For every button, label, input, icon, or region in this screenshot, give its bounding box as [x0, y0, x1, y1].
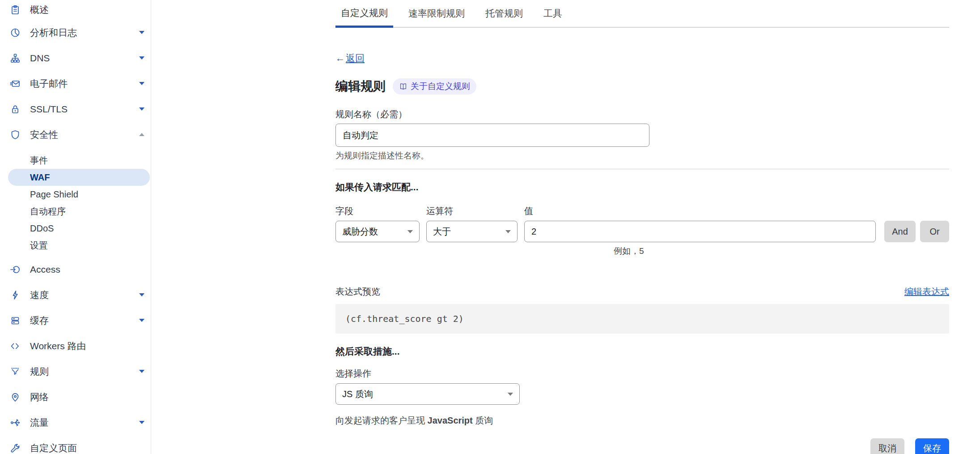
rule-name-help: 为规则指定描述性名称。 — [335, 150, 949, 162]
sidebar-item-label: 缓存 — [30, 314, 136, 327]
sidebar-item-label: 网络 — [30, 391, 144, 403]
main-content: 自定义规则 速率限制规则 托管规则 工具 ← 返回 编辑规则 关于自定义规则 规… — [335, 0, 949, 454]
value-input[interactable] — [524, 221, 876, 242]
operator-label: 运算符 — [426, 205, 524, 217]
sidebar-item-traffic[interactable]: 流量 — [0, 410, 151, 435]
sidebar-item-label: 自定义页面 — [30, 442, 144, 454]
expression-preview-label: 表达式预览 — [335, 286, 380, 298]
sidebar-item-label: Access — [30, 264, 144, 275]
sidebar-item-label: Workers 路由 — [30, 340, 144, 352]
analytics-icon — [10, 27, 21, 38]
chevron-down-icon — [139, 370, 144, 373]
sidebar: 概述 分析和日志 DNS 电子邮件 SSL/TLS 安全性 — [0, 0, 151, 454]
sidebar-item-settings[interactable]: 设置 — [0, 237, 151, 254]
back-link[interactable]: 返回 — [346, 52, 365, 64]
action-section-heading: 然后采取措施... — [335, 345, 949, 358]
share-icon — [10, 417, 21, 428]
operator-select[interactable]: 大于 — [426, 221, 518, 242]
badge-label: 关于自定义规则 — [411, 81, 470, 92]
chevron-down-icon — [139, 31, 144, 34]
sidebar-item-email[interactable]: 电子邮件 — [0, 71, 151, 96]
expression-code: (cf.threat_score gt 2) — [345, 313, 464, 324]
edit-expression-link[interactable]: 编辑表达式 — [904, 286, 949, 298]
dns-icon — [10, 53, 21, 64]
chevron-down-icon — [139, 107, 144, 111]
operator-select-value: 大于 — [433, 226, 451, 238]
sidebar-item-ddos[interactable]: DDoS — [0, 220, 151, 237]
sidebar-item-network[interactable]: 网络 — [0, 384, 151, 410]
match-section-heading: 如果传入请求匹配... — [335, 181, 949, 193]
sidebar-item-overview[interactable]: 概述 — [0, 0, 151, 20]
lock-icon — [10, 104, 21, 115]
page-header: 编辑规则 关于自定义规则 — [335, 78, 949, 95]
action-help-prefix: 向发起请求的客户呈现 — [335, 415, 428, 425]
wrench-icon — [10, 443, 21, 454]
sidebar-item-rules[interactable]: 规则 — [0, 359, 151, 384]
sub-item-label: Page Shield — [30, 189, 78, 200]
sidebar-item-events[interactable]: 事件 — [0, 152, 151, 169]
tab-managed-rules[interactable]: 托管规则 — [480, 0, 528, 27]
rule-name-label: 规则名称（必需） — [335, 108, 949, 120]
action-select[interactable]: JS 质询 — [335, 383, 520, 405]
sub-item-label: 设置 — [30, 240, 48, 252]
field-select-value: 威胁分数 — [342, 226, 378, 238]
or-button[interactable]: Or — [920, 221, 949, 242]
sidebar-item-analytics[interactable]: 分析和日志 — [0, 20, 151, 45]
cancel-button[interactable]: 取消 — [870, 438, 904, 454]
shield-icon — [10, 129, 21, 140]
access-icon — [10, 264, 21, 275]
rule-name-input[interactable] — [335, 124, 649, 147]
field-select[interactable]: 威胁分数 — [335, 221, 420, 242]
sidebar-item-speed[interactable]: 速度 — [0, 282, 151, 308]
action-help-text: 向发起请求的客户呈现 JavaScript 质询 — [335, 415, 949, 427]
sidebar-item-access[interactable]: Access — [0, 257, 151, 282]
sidebar-item-label: 分析和日志 — [30, 26, 136, 39]
and-button[interactable]: And — [884, 221, 916, 242]
expression-header-row: 表达式预览 编辑表达式 — [335, 286, 949, 298]
section-divider — [335, 169, 949, 169]
sidebar-item-ssl-tls[interactable]: SSL/TLS — [0, 96, 151, 122]
tab-custom-rules[interactable]: 自定义规则 — [335, 0, 393, 28]
chevron-down-icon — [508, 393, 513, 396]
sub-item-label: DDoS — [30, 223, 54, 234]
chevron-down-icon — [407, 230, 413, 233]
sidebar-item-dns[interactable]: DNS — [0, 45, 151, 71]
cache-icon — [10, 315, 21, 326]
email-icon — [10, 78, 21, 89]
sidebar-item-workers-routes[interactable]: Workers 路由 — [0, 333, 151, 359]
page-title: 编辑规则 — [335, 78, 386, 95]
action-help-bold: JavaScript — [428, 415, 473, 425]
value-label: 值 — [524, 205, 533, 217]
waf-tab-bar: 自定义规则 速率限制规则 托管规则 工具 — [335, 0, 949, 28]
save-button[interactable]: 保存 — [915, 438, 949, 454]
sidebar-item-label: 安全性 — [30, 128, 136, 141]
value-example-help: 例如，5 — [614, 245, 949, 257]
funnel-icon — [10, 366, 21, 377]
sidebar-item-custom-pages[interactable]: 自定义页面 — [0, 435, 151, 454]
about-custom-rules-badge[interactable]: 关于自定义规则 — [393, 78, 476, 94]
chevron-down-icon — [505, 230, 511, 233]
tab-rate-limiting-rules[interactable]: 速率限制规则 — [403, 0, 470, 27]
tab-tools[interactable]: 工具 — [538, 0, 568, 27]
sidebar-item-waf[interactable]: WAF — [8, 169, 150, 186]
sidebar-item-page-shield[interactable]: Page Shield — [0, 186, 151, 203]
sidebar-item-label: 规则 — [30, 365, 136, 378]
chevron-down-icon — [139, 421, 144, 424]
expression-preview-box: (cf.threat_score gt 2) — [335, 304, 949, 334]
chevron-down-icon — [139, 82, 144, 85]
condition-row: 威胁分数 大于 And Or — [335, 221, 949, 242]
chevron-down-icon — [139, 293, 144, 296]
sidebar-item-caching[interactable]: 缓存 — [0, 308, 151, 333]
pin-icon — [10, 392, 21, 403]
code-icon — [10, 341, 21, 351]
sidebar-item-security[interactable]: 安全性 — [0, 122, 151, 147]
sidebar-item-label: 流量 — [30, 416, 136, 429]
action-help-suffix: 质询 — [473, 415, 493, 425]
sidebar-item-label: 概述 — [30, 4, 144, 16]
sub-item-label: WAF — [30, 172, 50, 183]
sidebar-item-bots[interactable]: 自动程序 — [0, 203, 151, 220]
condition-labels-row: 字段 运算符 值 — [335, 205, 949, 217]
form-footer: 取消 保存 — [335, 438, 949, 454]
sub-item-label: 事件 — [30, 154, 48, 167]
back-arrow-icon: ← — [335, 53, 345, 64]
